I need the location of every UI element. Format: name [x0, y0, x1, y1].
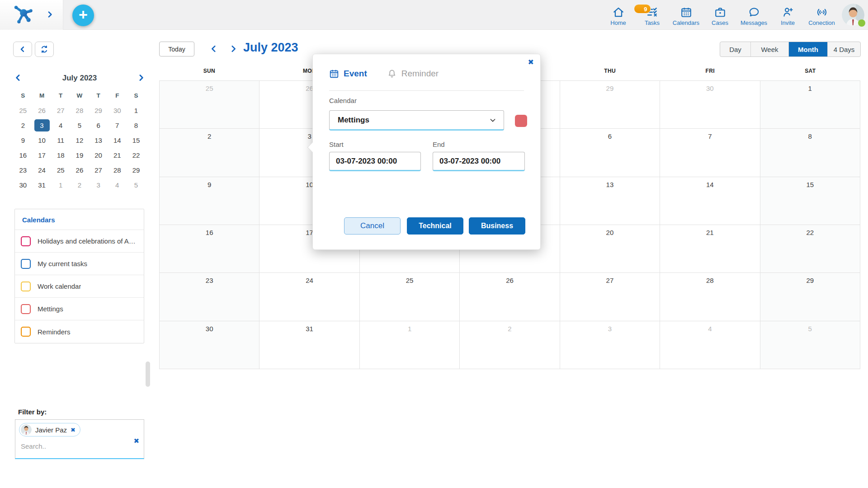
nav-invite[interactable]: Invite [771, 2, 805, 28]
calendar-checkbox[interactable] [21, 282, 31, 291]
modal-close-icon[interactable]: ✖ [528, 58, 534, 66]
day-cell[interactable]: 31 [259, 321, 359, 369]
mini-day-selected[interactable]: 3 [33, 118, 52, 133]
day-cell[interactable]: 2 [460, 321, 560, 369]
view-4-days[interactable]: 4 Days [827, 42, 860, 56]
view-month[interactable]: Month [788, 42, 827, 56]
day-cell[interactable]: 25 [160, 81, 259, 129]
mini-day[interactable]: 12 [70, 133, 89, 148]
day-cell[interactable]: 8 [760, 129, 860, 177]
sidebar-collapse-button[interactable] [13, 42, 32, 57]
mini-day[interactable]: 17 [33, 148, 52, 163]
tab-reminder[interactable]: Reminder [387, 69, 439, 79]
mini-day[interactable]: 29 [127, 163, 146, 178]
day-cell[interactable]: 2 [160, 129, 259, 177]
filter-search-input[interactable] [21, 442, 111, 450]
day-cell[interactable]: 21 [660, 225, 760, 273]
day-cell[interactable]: 22 [760, 225, 860, 273]
calendar-select[interactable]: Mettings [329, 110, 504, 131]
sidebar-scrollbar[interactable] [146, 361, 150, 387]
day-cell[interactable]: 4 [660, 321, 760, 369]
day-cell[interactable]: 3 [560, 321, 660, 369]
filter-clear-icon[interactable]: ✖ [133, 437, 139, 445]
mini-day[interactable]: 19 [70, 148, 89, 163]
day-cell[interactable]: 15 [760, 177, 860, 225]
mini-day[interactable]: 27 [51, 103, 70, 118]
day-cell[interactable]: 23 [160, 273, 259, 321]
mini-day[interactable]: 31 [33, 178, 52, 192]
mini-day[interactable]: 11 [51, 133, 70, 148]
technical-button[interactable]: Technical [407, 217, 463, 235]
nav-calendars[interactable]: Calendars [669, 2, 703, 28]
mini-day[interactable]: 16 [14, 148, 33, 163]
user-avatar[interactable] [842, 4, 864, 26]
mini-day[interactable]: 18 [51, 148, 70, 163]
calendar-checkbox[interactable] [21, 259, 31, 269]
today-button[interactable]: Today [159, 42, 194, 56]
mini-day[interactable]: 8 [127, 118, 146, 133]
mini-day[interactable]: 5 [127, 178, 146, 192]
mini-day[interactable]: 5 [70, 118, 89, 133]
day-cell[interactable]: 14 [660, 177, 760, 225]
business-button[interactable]: Business [469, 217, 525, 235]
mini-day[interactable]: 30 [14, 178, 33, 192]
mini-day[interactable]: 21 [108, 148, 127, 163]
day-cell[interactable]: 29 [760, 273, 860, 321]
calendar-color-swatch[interactable] [515, 115, 527, 127]
mini-day[interactable]: 9 [14, 133, 33, 148]
calendar-list-item[interactable]: Work calendar [15, 275, 144, 298]
nav-tasks[interactable]: 9Tasks [635, 2, 669, 28]
filter-chip[interactable]: Javier Paz ✖ [19, 423, 80, 436]
day-cell[interactable]: 30 [660, 81, 760, 129]
mini-day[interactable]: 10 [33, 133, 52, 148]
mini-day[interactable]: 28 [70, 103, 89, 118]
day-cell[interactable]: 5 [760, 321, 860, 369]
calendar-list-item[interactable]: Reminders [15, 320, 144, 343]
day-cell[interactable]: 6 [560, 129, 660, 177]
calendar-list-item[interactable]: Holidays and celebrations of A… [15, 230, 144, 253]
start-input[interactable] [329, 152, 421, 171]
mini-day[interactable]: 20 [89, 148, 108, 163]
mini-day[interactable]: 2 [14, 118, 33, 133]
view-week[interactable]: Week [750, 42, 788, 56]
mini-day[interactable]: 1 [127, 103, 146, 118]
mini-day[interactable]: 29 [89, 103, 108, 118]
mini-day[interactable]: 2 [70, 178, 89, 192]
mini-day[interactable]: 25 [14, 103, 33, 118]
refresh-button[interactable] [35, 42, 54, 57]
calendar-checkbox[interactable] [21, 304, 31, 314]
mini-day[interactable]: 1 [51, 178, 70, 192]
mini-next-month-icon[interactable] [132, 73, 146, 83]
nav-messages[interactable]: Messages [737, 2, 771, 28]
nav-conection[interactable]: Conection [805, 2, 839, 28]
calendar-checkbox[interactable] [21, 236, 31, 246]
calendar-list-item[interactable]: Mettings [15, 298, 144, 320]
mini-day[interactable]: 3 [89, 178, 108, 192]
day-cell[interactable]: 16 [160, 225, 259, 273]
mini-day[interactable]: 13 [89, 133, 108, 148]
cancel-button[interactable]: Cancel [344, 217, 401, 235]
day-cell[interactable]: 27 [560, 273, 660, 321]
app-logo-icon[interactable] [13, 5, 33, 25]
mini-day[interactable]: 26 [70, 163, 89, 178]
day-cell[interactable]: 1 [360, 321, 460, 369]
end-input[interactable] [433, 152, 525, 171]
mini-day[interactable]: 25 [51, 163, 70, 178]
prev-month-icon[interactable] [209, 44, 220, 55]
mini-day[interactable]: 15 [127, 133, 146, 148]
mini-day[interactable]: 14 [108, 133, 127, 148]
nav-home[interactable]: Home [601, 2, 635, 28]
view-day[interactable]: Day [720, 42, 750, 56]
nav-cases[interactable]: Cases [703, 2, 737, 28]
calendar-checkbox[interactable] [21, 327, 31, 337]
mini-day[interactable]: 30 [108, 103, 127, 118]
day-cell[interactable]: 25 [360, 273, 460, 321]
mini-day[interactable]: 24 [33, 163, 52, 178]
mini-day[interactable]: 22 [127, 148, 146, 163]
day-cell[interactable]: 7 [660, 129, 760, 177]
mini-day[interactable]: 28 [108, 163, 127, 178]
day-cell[interactable]: 1 [760, 81, 860, 129]
day-cell[interactable]: 28 [660, 273, 760, 321]
day-cell[interactable]: 13 [560, 177, 660, 225]
day-cell[interactable]: 30 [160, 321, 259, 369]
